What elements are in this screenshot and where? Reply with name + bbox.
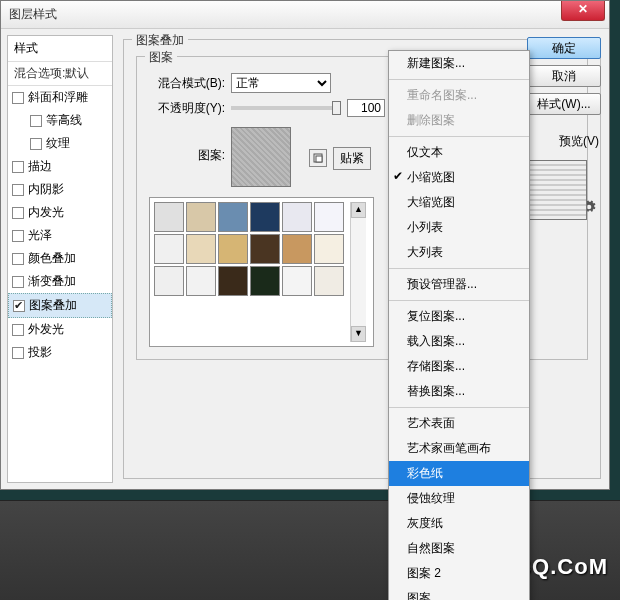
sidebar-checkbox[interactable] [13, 300, 25, 312]
pattern-swatch[interactable] [218, 202, 248, 232]
ok-button[interactable]: 确定 [527, 37, 601, 59]
menu-item-9[interactable]: 大列表 [389, 240, 529, 265]
new-style-button[interactable]: 样式(W)... [527, 93, 601, 115]
menu-item-1 [389, 79, 529, 80]
pattern-swatch[interactable] [154, 234, 184, 264]
sidebar-checkbox[interactable] [12, 324, 24, 336]
sidebar-checkbox[interactable] [12, 253, 24, 265]
pattern-swatch[interactable] [250, 266, 280, 296]
sidebar-checkbox[interactable] [12, 207, 24, 219]
sidebar-item-7[interactable]: 颜色叠加 [8, 247, 112, 270]
sidebar-checkbox[interactable] [12, 161, 24, 173]
sidebar-item-3[interactable]: 描边 [8, 155, 112, 178]
sidebar-checkbox[interactable] [12, 347, 24, 359]
sidebar-item-label: 等高线 [46, 112, 82, 129]
sidebar-item-9[interactable]: 图案叠加 [8, 293, 112, 318]
pattern-swatch[interactable] [314, 202, 344, 232]
menu-item-24[interactable]: 图案 2 [389, 561, 529, 586]
menu-item-22[interactable]: 灰度纸 [389, 511, 529, 536]
menu-item-15[interactable]: 存储图案... [389, 354, 529, 379]
sidebar-item-label: 斜面和浮雕 [28, 89, 88, 106]
menu-item-13[interactable]: 复位图案... [389, 304, 529, 329]
opacity-slider-thumb[interactable] [332, 101, 341, 115]
blend-mode-label: 混合模式(B): [149, 75, 225, 92]
sidebar-checkbox[interactable] [12, 276, 24, 288]
menu-item-16[interactable]: 替换图案... [389, 379, 529, 404]
sidebar-checkbox[interactable] [30, 115, 42, 127]
sidebar-item-8[interactable]: 渐变叠加 [8, 270, 112, 293]
pattern-swatch-panel: ▲ ▼ [149, 197, 374, 347]
sidebar-header: 样式 [8, 36, 112, 62]
sidebar-item-4[interactable]: 内阴影 [8, 178, 112, 201]
pattern-swatch[interactable] [186, 266, 216, 296]
menu-item-20[interactable]: 彩色纸 [389, 461, 529, 486]
pattern-swatch[interactable] [218, 266, 248, 296]
swatch-scrollbar[interactable]: ▲ ▼ [350, 202, 366, 342]
new-preset-icon[interactable] [309, 149, 327, 167]
sidebar-item-5[interactable]: 内发光 [8, 201, 112, 224]
menu-item-23[interactable]: 自然图案 [389, 536, 529, 561]
preview-label: 预览(V) [527, 133, 601, 150]
pattern-swatch[interactable] [314, 234, 344, 264]
pattern-swatch[interactable] [282, 234, 312, 264]
styles-sidebar: 样式 混合选项:默认 斜面和浮雕等高线纹理描边内阴影内发光光泽颜色叠加渐变叠加图… [7, 35, 113, 483]
menu-item-7[interactable]: 大缩览图 [389, 190, 529, 215]
pattern-swatch[interactable] [314, 266, 344, 296]
sidebar-item-label: 光泽 [28, 227, 52, 244]
menu-item-4 [389, 136, 529, 137]
menu-item-17 [389, 407, 529, 408]
opacity-slider[interactable] [231, 106, 341, 110]
pattern-swatch[interactable] [154, 202, 184, 232]
sidebar-item-label: 内阴影 [28, 181, 64, 198]
pattern-picker[interactable] [231, 127, 291, 187]
menu-item-0[interactable]: 新建图案... [389, 51, 529, 76]
pattern-swatch[interactable] [186, 202, 216, 232]
titlebar[interactable]: 图层样式 ✕ [1, 1, 609, 29]
pattern-label: 图案: [149, 147, 225, 164]
sidebar-item-11[interactable]: 投影 [8, 341, 112, 364]
sidebar-checkbox[interactable] [12, 184, 24, 196]
pattern-flyout-menu: 新建图案...重命名图案...删除图案仅文本小缩览图大缩览图小列表大列表预设管理… [388, 50, 530, 600]
snap-button[interactable]: 贴紧 [333, 147, 371, 170]
sidebar-subheader[interactable]: 混合选项:默认 [8, 62, 112, 86]
close-button[interactable]: ✕ [561, 1, 605, 21]
cancel-button[interactable]: 取消 [527, 65, 601, 87]
sidebar-item-10[interactable]: 外发光 [8, 318, 112, 341]
menu-item-11[interactable]: 预设管理器... [389, 272, 529, 297]
menu-item-5[interactable]: 仅文本 [389, 140, 529, 165]
pattern-swatch[interactable] [250, 202, 280, 232]
sidebar-item-label: 渐变叠加 [28, 273, 76, 290]
sidebar-item-label: 图案叠加 [29, 297, 77, 314]
menu-item-8[interactable]: 小列表 [389, 215, 529, 240]
pattern-swatch[interactable] [282, 202, 312, 232]
sidebar-item-0[interactable]: 斜面和浮雕 [8, 86, 112, 109]
sidebar-item-2[interactable]: 纹理 [8, 132, 112, 155]
pattern-swatch[interactable] [282, 266, 312, 296]
menu-item-19[interactable]: 艺术家画笔画布 [389, 436, 529, 461]
sidebar-item-1[interactable]: 等高线 [8, 109, 112, 132]
pattern-swatch[interactable] [218, 234, 248, 264]
pattern-swatch[interactable] [250, 234, 280, 264]
svg-rect-1 [316, 156, 322, 162]
preview-box [527, 160, 587, 220]
scroll-up-icon[interactable]: ▲ [351, 202, 366, 218]
menu-item-3: 删除图案 [389, 108, 529, 133]
pattern-swatch[interactable] [186, 234, 216, 264]
blend-mode-select[interactable]: 正常 [231, 73, 331, 93]
sidebar-item-label: 外发光 [28, 321, 64, 338]
menu-item-18[interactable]: 艺术表面 [389, 411, 529, 436]
sidebar-item-label: 颜色叠加 [28, 250, 76, 267]
scroll-down-icon[interactable]: ▼ [351, 326, 366, 342]
sidebar-item-6[interactable]: 光泽 [8, 224, 112, 247]
menu-item-14[interactable]: 载入图案... [389, 329, 529, 354]
sidebar-checkbox[interactable] [12, 92, 24, 104]
pattern-swatch[interactable] [154, 266, 184, 296]
menu-item-25[interactable]: 图案 [389, 586, 529, 600]
menu-item-6[interactable]: 小缩览图 [389, 165, 529, 190]
sidebar-item-label: 描边 [28, 158, 52, 175]
menu-item-21[interactable]: 侵蚀纹理 [389, 486, 529, 511]
menu-item-10 [389, 268, 529, 269]
sidebar-checkbox[interactable] [30, 138, 42, 150]
sidebar-checkbox[interactable] [12, 230, 24, 242]
opacity-input[interactable] [347, 99, 385, 117]
